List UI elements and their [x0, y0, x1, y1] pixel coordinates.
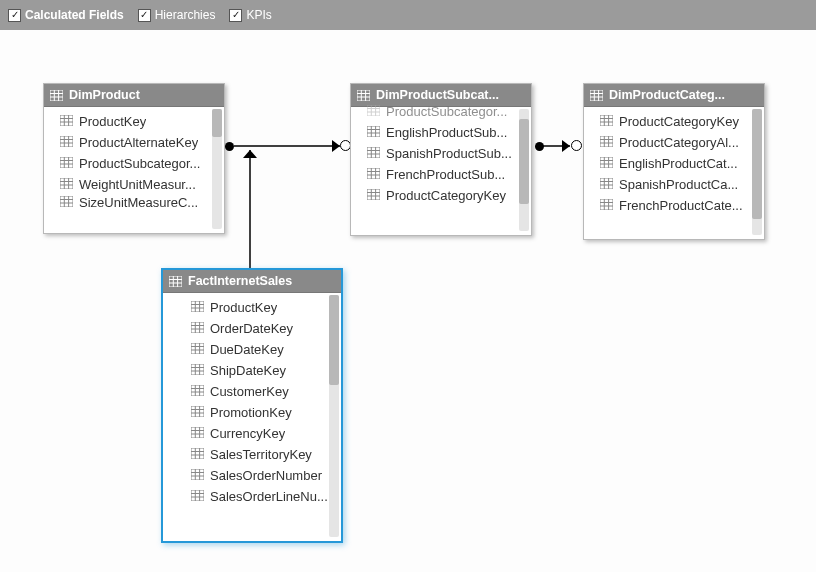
table-field[interactable]: PromotionKey [179, 402, 337, 423]
table-field[interactable]: DueDateKey [179, 339, 337, 360]
svg-rect-125 [191, 427, 204, 438]
table-field[interactable]: EnglishProductSub... [355, 122, 527, 143]
svg-rect-80 [600, 178, 613, 189]
column-icon [600, 177, 613, 192]
svg-rect-75 [600, 157, 613, 168]
field-label: SpanishProductSub... [386, 146, 512, 161]
table-field[interactable]: WeightUnitMeasur... [48, 174, 220, 195]
table-title: DimProductSubcat... [376, 88, 499, 102]
field-label: ProductCategoryKey [619, 114, 739, 129]
relation-endpoint [225, 142, 234, 151]
table-field[interactable]: ProductCategoryAl... [588, 132, 760, 153]
svg-rect-15 [60, 157, 73, 168]
table-field[interactable]: SalesOrderLineNu... [179, 486, 337, 507]
table-icon [169, 276, 182, 287]
field-label: ProductCategoryAl... [619, 135, 739, 150]
column-icon [191, 363, 204, 378]
table-field[interactable]: ProductSubcategor... [48, 153, 220, 174]
svg-rect-70 [600, 136, 613, 147]
svg-rect-110 [191, 364, 204, 375]
svg-rect-20 [60, 178, 73, 189]
scrollbar-thumb[interactable] [329, 295, 339, 385]
scrollbar-thumb[interactable] [212, 109, 222, 137]
table-field[interactable]: ShipDateKey [179, 360, 337, 381]
field-label: ProductSubcategor... [79, 156, 200, 171]
table-header[interactable]: DimProduct [44, 84, 224, 107]
column-icon [191, 426, 204, 441]
column-icon [191, 384, 204, 399]
table-field[interactable]: ProductAlternateKey [48, 132, 220, 153]
table-field[interactable]: SalesOrderNumber [179, 465, 337, 486]
scrollbar[interactable] [752, 109, 762, 235]
svg-rect-130 [191, 448, 204, 459]
svg-rect-25 [60, 196, 73, 207]
scrollbar-thumb[interactable] [519, 119, 529, 204]
field-label: SalesOrderLineNu... [210, 489, 328, 504]
relation-endpoint [571, 140, 582, 151]
table-body: ProductSubcategor... EnglishProductSub..… [351, 107, 531, 235]
toolbar-item-kpis[interactable]: ✓ KPIs [229, 8, 271, 22]
scrollbar[interactable] [212, 109, 222, 229]
svg-rect-35 [367, 105, 380, 116]
svg-rect-140 [191, 490, 204, 501]
table-field[interactable]: SizeUnitMeasureC... [48, 195, 220, 209]
table-icon [357, 90, 370, 101]
table-dimproductcateg[interactable]: DimProductCateg... ProductCategoryKey Pr… [583, 83, 765, 240]
table-body: ProductKey ProductAlternateKey ProductSu… [44, 107, 224, 233]
table-dimproduct[interactable]: DimProduct ProductKey ProductAlternateKe… [43, 83, 225, 234]
svg-rect-100 [191, 322, 204, 333]
table-field[interactable]: SpanishProductCa... [588, 174, 760, 195]
table-field[interactable]: SpanishProductSub... [355, 143, 527, 164]
diagram-canvas[interactable]: DimProduct ProductKey ProductAlternateKe… [0, 30, 816, 572]
svg-rect-65 [600, 115, 613, 126]
svg-rect-135 [191, 469, 204, 480]
field-label: ShipDateKey [210, 363, 286, 378]
svg-rect-85 [600, 199, 613, 210]
column-icon [60, 135, 73, 150]
svg-rect-55 [367, 189, 380, 200]
table-field[interactable]: ProductCategoryKey [355, 185, 527, 206]
column-icon [600, 135, 613, 150]
field-label: CurrencyKey [210, 426, 285, 441]
toolbar-item-hierarchies[interactable]: ✓ Hierarchies [138, 8, 216, 22]
table-header[interactable]: FactInternetSales [163, 270, 341, 293]
field-label: ProductSubcategor... [386, 104, 507, 119]
table-field[interactable]: FrenchProductSub... [355, 164, 527, 185]
table-header[interactable]: DimProductCateg... [584, 84, 764, 107]
table-field[interactable]: OrderDateKey [179, 318, 337, 339]
table-field[interactable]: CustomerKey [179, 381, 337, 402]
table-field[interactable]: CurrencyKey [179, 423, 337, 444]
table-field[interactable]: ProductKey [48, 111, 220, 132]
table-field[interactable]: ProductSubcategor... [355, 101, 527, 122]
scrollbar[interactable] [329, 295, 339, 537]
table-field[interactable]: EnglishProductCat... [588, 153, 760, 174]
table-icon [50, 90, 63, 101]
column-icon [367, 146, 380, 161]
table-body: ProductCategoryKey ProductCategoryAl... … [584, 107, 764, 239]
column-icon [191, 321, 204, 336]
column-icon [191, 342, 204, 357]
field-label: SalesOrderNumber [210, 468, 322, 483]
table-field[interactable]: SalesTerritoryKey [179, 444, 337, 465]
checkbox-icon: ✓ [229, 9, 242, 22]
column-icon [600, 156, 613, 171]
svg-rect-10 [60, 136, 73, 147]
field-label: FrenchProductCate... [619, 198, 743, 213]
field-label: PromotionKey [210, 405, 292, 420]
svg-rect-5 [60, 115, 73, 126]
field-label: ProductKey [210, 300, 277, 315]
table-factinternetsales[interactable]: FactInternetSales ProductKey OrderDateKe… [161, 268, 343, 543]
scrollbar[interactable] [519, 109, 529, 231]
svg-rect-30 [357, 90, 370, 101]
table-field[interactable]: FrenchProductCate... [588, 195, 760, 216]
field-label: ProductCategoryKey [386, 188, 506, 203]
toolbar-item-label: Calculated Fields [25, 8, 124, 22]
svg-rect-60 [590, 90, 603, 101]
toolbar-item-calculated-fields[interactable]: ✓ Calculated Fields [8, 8, 124, 22]
scrollbar-thumb[interactable] [752, 109, 762, 219]
column-icon [367, 188, 380, 203]
table-field[interactable]: ProductCategoryKey [588, 111, 760, 132]
column-icon [191, 405, 204, 420]
table-dimproductsubcat[interactable]: DimProductSubcat... ProductSubcategor...… [350, 83, 532, 236]
table-field[interactable]: ProductKey [179, 297, 337, 318]
